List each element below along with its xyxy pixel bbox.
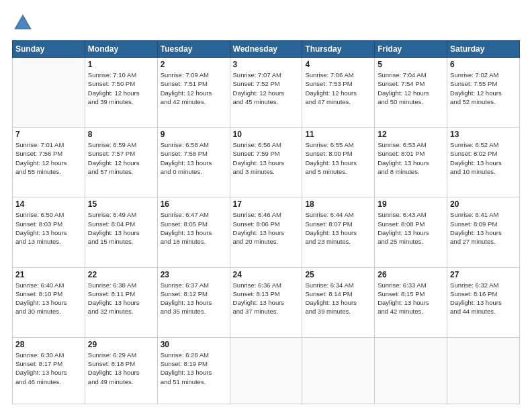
calendar-cell: 11Sunrise: 6:55 AM Sunset: 8:00 PM Dayli… — [302, 128, 375, 197]
day-info: Sunrise: 6:37 AM Sunset: 8:12 PM Dayligh… — [161, 281, 227, 316]
day-info: Sunrise: 6:28 AM Sunset: 8:19 PM Dayligh… — [161, 351, 227, 386]
day-info: Sunrise: 6:29 AM Sunset: 8:18 PM Dayligh… — [88, 351, 154, 386]
day-info: Sunrise: 6:44 AM Sunset: 8:07 PM Dayligh… — [305, 210, 371, 246]
day-number: 13 — [450, 130, 517, 139]
calendar-cell: 17Sunrise: 6:46 AM Sunset: 8:06 PM Dayli… — [230, 197, 302, 267]
day-number: 6 — [450, 60, 517, 69]
week-row-5: 28Sunrise: 6:30 AM Sunset: 8:17 PM Dayli… — [13, 337, 520, 404]
weekday-header-thursday: Thursday — [302, 41, 375, 58]
calendar-cell: 19Sunrise: 6:43 AM Sunset: 8:08 PM Dayli… — [375, 197, 447, 267]
day-number: 2 — [161, 60, 227, 69]
calendar-cell: 29Sunrise: 6:29 AM Sunset: 8:18 PM Dayli… — [85, 337, 157, 404]
day-info: Sunrise: 7:04 AM Sunset: 7:54 PM Dayligh… — [378, 71, 444, 106]
calendar-cell: 7Sunrise: 7:01 AM Sunset: 7:56 PM Daylig… — [13, 128, 85, 197]
day-info: Sunrise: 6:30 AM Sunset: 8:17 PM Dayligh… — [15, 351, 82, 386]
calendar-cell: 5Sunrise: 7:04 AM Sunset: 7:54 PM Daylig… — [375, 58, 447, 128]
day-number: 16 — [161, 199, 227, 209]
day-info: Sunrise: 6:58 AM Sunset: 7:58 PM Dayligh… — [161, 140, 227, 176]
weekday-header-row: SundayMondayTuesdayWednesdayThursdayFrid… — [13, 41, 520, 58]
day-number: 29 — [88, 340, 154, 349]
day-info: Sunrise: 7:10 AM Sunset: 7:50 PM Dayligh… — [88, 71, 154, 106]
calendar-cell: 30Sunrise: 6:28 AM Sunset: 8:19 PM Dayli… — [157, 337, 230, 404]
weekday-header-friday: Friday — [375, 41, 447, 58]
day-info: Sunrise: 6:34 AM Sunset: 8:14 PM Dayligh… — [305, 281, 371, 316]
week-row-3: 14Sunrise: 6:50 AM Sunset: 8:03 PM Dayli… — [13, 197, 520, 267]
day-number: 12 — [378, 130, 444, 139]
page: SundayMondayTuesdayWednesdayThursdayFrid… — [0, 0, 532, 411]
calendar-cell: 1Sunrise: 7:10 AM Sunset: 7:50 PM Daylig… — [85, 58, 157, 128]
day-number: 23 — [161, 270, 227, 279]
day-number: 3 — [233, 60, 300, 69]
day-info: Sunrise: 7:02 AM Sunset: 7:55 PM Dayligh… — [450, 71, 517, 106]
day-number: 25 — [305, 270, 371, 279]
day-number: 30 — [161, 340, 227, 349]
header — [12, 12, 520, 34]
calendar-cell: 2Sunrise: 7:09 AM Sunset: 7:51 PM Daylig… — [157, 58, 230, 128]
day-info: Sunrise: 6:52 AM Sunset: 8:02 PM Dayligh… — [450, 140, 517, 176]
calendar-body: 1Sunrise: 7:10 AM Sunset: 7:50 PM Daylig… — [13, 58, 520, 404]
day-info: Sunrise: 6:50 AM Sunset: 8:03 PM Dayligh… — [15, 210, 82, 246]
week-row-2: 7Sunrise: 7:01 AM Sunset: 7:56 PM Daylig… — [13, 128, 520, 197]
day-number: 28 — [15, 340, 82, 349]
calendar-cell: 4Sunrise: 7:06 AM Sunset: 7:53 PM Daylig… — [302, 58, 375, 128]
day-number: 5 — [378, 60, 444, 69]
weekday-header-sunday: Sunday — [13, 41, 85, 58]
day-info: Sunrise: 6:41 AM Sunset: 8:09 PM Dayligh… — [450, 210, 517, 246]
weekday-header-wednesday: Wednesday — [230, 41, 302, 58]
day-number: 8 — [88, 130, 154, 139]
calendar-cell: 24Sunrise: 6:36 AM Sunset: 8:13 PM Dayli… — [230, 267, 302, 337]
calendar-cell — [302, 337, 375, 404]
calendar-cell: 8Sunrise: 6:59 AM Sunset: 7:57 PM Daylig… — [85, 128, 157, 197]
calendar-header: SundayMondayTuesdayWednesdayThursdayFrid… — [13, 41, 520, 58]
day-info: Sunrise: 6:47 AM Sunset: 8:05 PM Dayligh… — [161, 210, 227, 246]
day-info: Sunrise: 7:06 AM Sunset: 7:53 PM Dayligh… — [305, 71, 371, 106]
calendar-cell: 14Sunrise: 6:50 AM Sunset: 8:03 PM Dayli… — [13, 197, 85, 267]
weekday-header-monday: Monday — [85, 41, 157, 58]
weekday-header-saturday: Saturday — [447, 41, 520, 58]
day-number: 11 — [305, 130, 371, 139]
day-number: 27 — [450, 270, 517, 279]
day-number: 9 — [161, 130, 227, 139]
calendar-cell: 25Sunrise: 6:34 AM Sunset: 8:14 PM Dayli… — [302, 267, 375, 337]
calendar-cell: 18Sunrise: 6:44 AM Sunset: 8:07 PM Dayli… — [302, 197, 375, 267]
day-info: Sunrise: 7:07 AM Sunset: 7:52 PM Dayligh… — [233, 71, 300, 106]
day-number: 4 — [305, 60, 371, 69]
calendar-cell: 13Sunrise: 6:52 AM Sunset: 8:02 PM Dayli… — [447, 128, 520, 197]
day-info: Sunrise: 7:01 AM Sunset: 7:56 PM Dayligh… — [15, 140, 82, 176]
calendar-cell: 20Sunrise: 6:41 AM Sunset: 8:09 PM Dayli… — [447, 197, 520, 267]
day-info: Sunrise: 6:56 AM Sunset: 7:59 PM Dayligh… — [233, 140, 300, 176]
calendar-cell — [447, 337, 520, 404]
day-number: 7 — [15, 130, 82, 139]
calendar-cell: 15Sunrise: 6:49 AM Sunset: 8:04 PM Dayli… — [85, 197, 157, 267]
day-number: 22 — [88, 270, 154, 279]
day-info: Sunrise: 6:46 AM Sunset: 8:06 PM Dayligh… — [233, 210, 300, 246]
day-info: Sunrise: 6:49 AM Sunset: 8:04 PM Dayligh… — [88, 210, 154, 246]
logo-icon — [12, 12, 34, 34]
calendar-cell: 26Sunrise: 6:33 AM Sunset: 8:15 PM Dayli… — [375, 267, 447, 337]
day-info: Sunrise: 6:32 AM Sunset: 8:16 PM Dayligh… — [450, 281, 517, 316]
calendar-cell: 23Sunrise: 6:37 AM Sunset: 8:12 PM Dayli… — [157, 267, 230, 337]
calendar-cell: 10Sunrise: 6:56 AM Sunset: 7:59 PM Dayli… — [230, 128, 302, 197]
calendar-cell: 28Sunrise: 6:30 AM Sunset: 8:17 PM Dayli… — [13, 337, 85, 404]
logo — [12, 12, 36, 34]
calendar-cell — [375, 337, 447, 404]
day-info: Sunrise: 7:09 AM Sunset: 7:51 PM Dayligh… — [161, 71, 227, 106]
calendar-cell — [13, 58, 85, 128]
day-info: Sunrise: 6:59 AM Sunset: 7:57 PM Dayligh… — [88, 140, 154, 176]
week-row-1: 1Sunrise: 7:10 AM Sunset: 7:50 PM Daylig… — [13, 58, 520, 128]
day-info: Sunrise: 6:33 AM Sunset: 8:15 PM Dayligh… — [378, 281, 444, 316]
calendar-cell: 6Sunrise: 7:02 AM Sunset: 7:55 PM Daylig… — [447, 58, 520, 128]
calendar-cell: 12Sunrise: 6:53 AM Sunset: 8:01 PM Dayli… — [375, 128, 447, 197]
day-number: 1 — [88, 60, 154, 69]
day-number: 26 — [378, 270, 444, 279]
day-info: Sunrise: 6:40 AM Sunset: 8:10 PM Dayligh… — [15, 281, 82, 316]
calendar-cell: 27Sunrise: 6:32 AM Sunset: 8:16 PM Dayli… — [447, 267, 520, 337]
day-number: 24 — [233, 270, 300, 279]
day-info: Sunrise: 6:55 AM Sunset: 8:00 PM Dayligh… — [305, 140, 371, 176]
day-number: 20 — [450, 199, 517, 209]
day-info: Sunrise: 6:53 AM Sunset: 8:01 PM Dayligh… — [378, 140, 444, 176]
day-number: 17 — [233, 199, 300, 209]
day-info: Sunrise: 6:36 AM Sunset: 8:13 PM Dayligh… — [233, 281, 300, 316]
weekday-header-tuesday: Tuesday — [157, 41, 230, 58]
day-number: 15 — [88, 199, 154, 209]
